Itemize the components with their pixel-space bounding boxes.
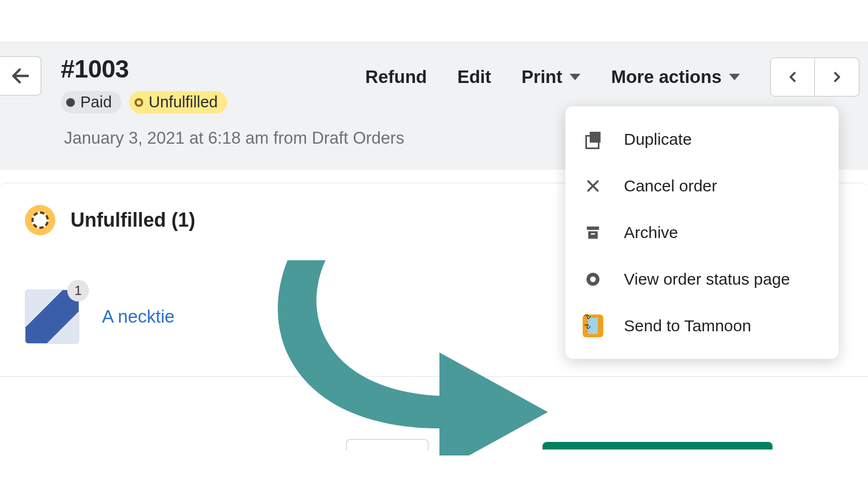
product-name-link[interactable]: A necktie	[102, 306, 175, 327]
next-order-button[interactable]	[815, 57, 859, 97]
svg-rect-3	[587, 227, 599, 230]
order-nav-group	[770, 57, 859, 97]
paid-badge: Paid	[61, 91, 122, 113]
product-thumbnail[interactable]: 1	[25, 290, 79, 344]
order-number: #1003	[61, 54, 227, 84]
ring-icon	[135, 98, 143, 107]
back-button[interactable]	[0, 56, 41, 95]
dropdown-cancel-order[interactable]: Cancel order	[565, 163, 839, 209]
eye-icon	[583, 269, 603, 290]
more-actions-label: More actions	[611, 67, 722, 87]
unfulfilled-card-title: Unfulfilled (1)	[71, 209, 195, 232]
chevron-left-icon	[784, 69, 801, 85]
dropdown-archive[interactable]: Archive	[565, 209, 839, 256]
filled-dot-icon	[66, 98, 75, 107]
svg-rect-4	[588, 232, 598, 239]
archive-icon	[583, 222, 603, 243]
dropdown-duplicate[interactable]: Duplicate	[565, 116, 839, 163]
quantity-bubble: 1	[67, 280, 89, 301]
edit-action[interactable]: Edit	[457, 67, 491, 87]
duplicate-icon	[583, 129, 603, 150]
x-icon	[583, 176, 603, 196]
dropdown-view-status[interactable]: View order status page	[565, 256, 839, 303]
paid-badge-label: Paid	[80, 93, 112, 111]
chevron-right-icon	[829, 69, 845, 85]
dropdown-view-status-label: View order status page	[624, 270, 790, 288]
refund-action[interactable]: Refund	[365, 67, 427, 87]
more-actions[interactable]: More actions	[611, 67, 740, 87]
dropdown-send-tamnoon-label: Send to Tamnoon	[624, 317, 751, 335]
print-action[interactable]: Print	[521, 67, 580, 87]
unfulfilled-badge-label: Unfulfilled	[149, 93, 218, 111]
tamnoon-icon	[583, 316, 603, 336]
dropdown-duplicate-label: Duplicate	[624, 130, 692, 149]
dropdown-send-tamnoon[interactable]: Send to Tamnoon	[565, 303, 839, 349]
prev-order-button[interactable]	[770, 57, 815, 97]
caret-down-icon	[570, 74, 580, 80]
more-actions-dropdown: Duplicate Cancel order Archive View orde…	[565, 106, 839, 359]
secondary-button-fragment	[346, 439, 429, 450]
svg-point-7	[590, 277, 596, 282]
svg-rect-5	[591, 233, 595, 235]
caret-down-icon	[729, 74, 740, 80]
unfulfilled-badge: Unfulfilled	[129, 91, 227, 113]
print-action-label: Print	[521, 67, 562, 87]
arrow-left-icon	[10, 65, 31, 87]
dropdown-cancel-label: Cancel order	[624, 177, 717, 195]
unfulfilled-status-icon	[25, 205, 55, 235]
dropdown-archive-label: Archive	[624, 223, 678, 242]
primary-button-fragment	[542, 442, 773, 450]
top-spacer	[0, 0, 868, 41]
